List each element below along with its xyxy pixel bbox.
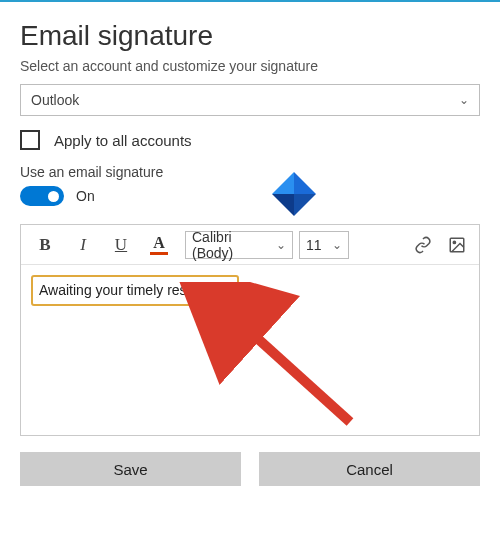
toggle-state-label: On [76, 188, 95, 204]
svg-point-1 [453, 241, 455, 243]
cancel-button[interactable]: Cancel [259, 452, 480, 486]
account-select[interactable]: Outlook ⌄ [20, 84, 480, 116]
use-signature-label: Use an email signature [20, 164, 480, 180]
link-button[interactable] [407, 230, 439, 260]
font-size-select[interactable]: 11 ⌄ [299, 231, 349, 259]
chevron-down-icon: ⌄ [276, 238, 286, 252]
chevron-down-icon: ⌄ [459, 93, 469, 107]
editor-toolbar: B I U A Calibri (Body) ⌄ 11 ⌄ [21, 225, 479, 265]
account-select-value: Outlook [31, 92, 79, 108]
svg-marker-2 [294, 172, 316, 194]
svg-marker-4 [272, 194, 294, 216]
signature-toggle[interactable] [20, 186, 64, 206]
apply-all-label: Apply to all accounts [54, 132, 192, 149]
bold-button[interactable]: B [27, 230, 63, 260]
signature-editor: B I U A Calibri (Body) ⌄ 11 ⌄ [20, 224, 480, 436]
font-size-value: 11 [306, 237, 322, 253]
font-family-value: Calibri (Body) [192, 229, 276, 261]
editor-body[interactable]: Awaiting your timely response! [21, 265, 479, 435]
signature-text-highlight: Awaiting your timely response! [31, 275, 239, 306]
image-button[interactable] [441, 230, 473, 260]
font-family-select[interactable]: Calibri (Body) ⌄ [185, 231, 293, 259]
underline-button[interactable]: U [103, 230, 139, 260]
signature-content: Awaiting your timely response! [39, 282, 229, 298]
svg-marker-3 [272, 172, 294, 194]
link-icon [414, 236, 432, 254]
image-icon [448, 236, 466, 254]
apply-all-checkbox[interactable] [20, 130, 40, 150]
font-color-button[interactable]: A [141, 230, 177, 260]
save-button[interactable]: Save [20, 452, 241, 486]
svg-marker-5 [294, 194, 316, 216]
chevron-down-icon: ⌄ [332, 238, 342, 252]
watermark-logo [272, 172, 316, 216]
text-cursor [230, 284, 231, 299]
italic-button[interactable]: I [65, 230, 101, 260]
page-title: Email signature [20, 20, 480, 52]
page-subtitle: Select an account and customize your sig… [20, 58, 480, 74]
